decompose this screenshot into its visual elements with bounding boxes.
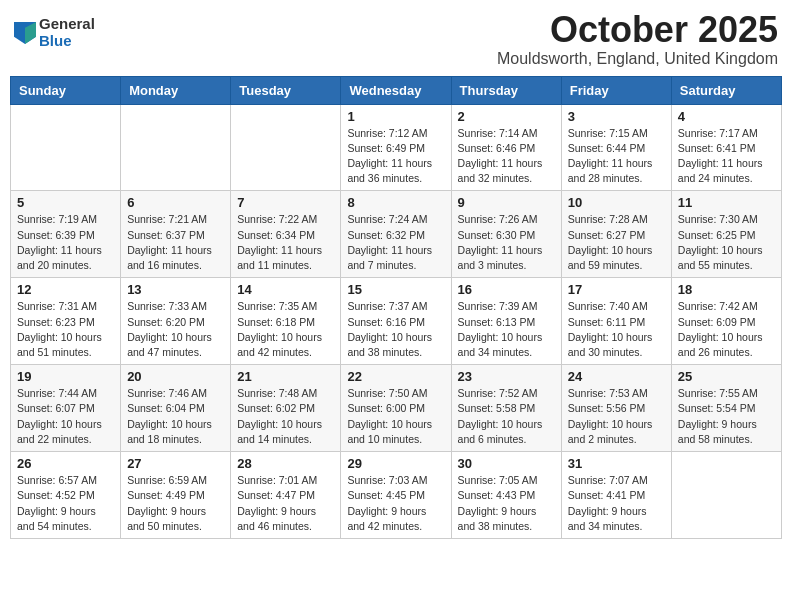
- day-detail: Sunrise: 7:28 AM Sunset: 6:27 PM Dayligh…: [568, 212, 665, 273]
- calendar-cell: 22Sunrise: 7:50 AM Sunset: 6:00 PM Dayli…: [341, 365, 451, 452]
- day-detail: Sunrise: 7:55 AM Sunset: 5:54 PM Dayligh…: [678, 386, 775, 447]
- day-of-week-header: Thursday: [451, 76, 561, 104]
- month-title: October 2025: [497, 10, 778, 50]
- day-number: 14: [237, 282, 334, 297]
- day-detail: Sunrise: 7:52 AM Sunset: 5:58 PM Dayligh…: [458, 386, 555, 447]
- calendar-cell: 1Sunrise: 7:12 AM Sunset: 6:49 PM Daylig…: [341, 104, 451, 191]
- day-number: 15: [347, 282, 444, 297]
- logo: General Blue: [14, 16, 95, 49]
- calendar-cell: 27Sunrise: 6:59 AM Sunset: 4:49 PM Dayli…: [121, 452, 231, 539]
- calendar-cell: 26Sunrise: 6:57 AM Sunset: 4:52 PM Dayli…: [11, 452, 121, 539]
- day-number: 7: [237, 195, 334, 210]
- day-detail: Sunrise: 7:42 AM Sunset: 6:09 PM Dayligh…: [678, 299, 775, 360]
- calendar-cell: 8Sunrise: 7:24 AM Sunset: 6:32 PM Daylig…: [341, 191, 451, 278]
- calendar-cell: 11Sunrise: 7:30 AM Sunset: 6:25 PM Dayli…: [671, 191, 781, 278]
- calendar-cell: 28Sunrise: 7:01 AM Sunset: 4:47 PM Dayli…: [231, 452, 341, 539]
- day-detail: Sunrise: 7:39 AM Sunset: 6:13 PM Dayligh…: [458, 299, 555, 360]
- day-of-week-header: Tuesday: [231, 76, 341, 104]
- calendar-week-row: 26Sunrise: 6:57 AM Sunset: 4:52 PM Dayli…: [11, 452, 782, 539]
- day-number: 13: [127, 282, 224, 297]
- logo-general-text: General: [39, 16, 95, 33]
- day-number: 3: [568, 109, 665, 124]
- day-number: 31: [568, 456, 665, 471]
- calendar-cell: 14Sunrise: 7:35 AM Sunset: 6:18 PM Dayli…: [231, 278, 341, 365]
- day-number: 30: [458, 456, 555, 471]
- page-header: General Blue October 2025 Mouldsworth, E…: [10, 10, 782, 68]
- calendar-header-row: SundayMondayTuesdayWednesdayThursdayFrid…: [11, 76, 782, 104]
- calendar-table: SundayMondayTuesdayWednesdayThursdayFrid…: [10, 76, 782, 539]
- day-detail: Sunrise: 6:57 AM Sunset: 4:52 PM Dayligh…: [17, 473, 114, 534]
- calendar-cell: 7Sunrise: 7:22 AM Sunset: 6:34 PM Daylig…: [231, 191, 341, 278]
- day-detail: Sunrise: 7:40 AM Sunset: 6:11 PM Dayligh…: [568, 299, 665, 360]
- day-detail: Sunrise: 7:07 AM Sunset: 4:41 PM Dayligh…: [568, 473, 665, 534]
- day-detail: Sunrise: 7:21 AM Sunset: 6:37 PM Dayligh…: [127, 212, 224, 273]
- day-detail: Sunrise: 7:05 AM Sunset: 4:43 PM Dayligh…: [458, 473, 555, 534]
- calendar-cell: [231, 104, 341, 191]
- day-number: 20: [127, 369, 224, 384]
- day-of-week-header: Sunday: [11, 76, 121, 104]
- day-detail: Sunrise: 7:22 AM Sunset: 6:34 PM Dayligh…: [237, 212, 334, 273]
- day-number: 12: [17, 282, 114, 297]
- day-number: 19: [17, 369, 114, 384]
- day-detail: Sunrise: 7:31 AM Sunset: 6:23 PM Dayligh…: [17, 299, 114, 360]
- day-detail: Sunrise: 7:15 AM Sunset: 6:44 PM Dayligh…: [568, 126, 665, 187]
- day-number: 6: [127, 195, 224, 210]
- day-detail: Sunrise: 7:26 AM Sunset: 6:30 PM Dayligh…: [458, 212, 555, 273]
- calendar-cell: 9Sunrise: 7:26 AM Sunset: 6:30 PM Daylig…: [451, 191, 561, 278]
- day-number: 5: [17, 195, 114, 210]
- day-number: 24: [568, 369, 665, 384]
- day-number: 11: [678, 195, 775, 210]
- day-number: 17: [568, 282, 665, 297]
- calendar-week-row: 1Sunrise: 7:12 AM Sunset: 6:49 PM Daylig…: [11, 104, 782, 191]
- calendar-cell: 31Sunrise: 7:07 AM Sunset: 4:41 PM Dayli…: [561, 452, 671, 539]
- calendar-cell: 20Sunrise: 7:46 AM Sunset: 6:04 PM Dayli…: [121, 365, 231, 452]
- day-number: 10: [568, 195, 665, 210]
- calendar-cell: [121, 104, 231, 191]
- calendar-cell: 3Sunrise: 7:15 AM Sunset: 6:44 PM Daylig…: [561, 104, 671, 191]
- day-detail: Sunrise: 6:59 AM Sunset: 4:49 PM Dayligh…: [127, 473, 224, 534]
- calendar-cell: 2Sunrise: 7:14 AM Sunset: 6:46 PM Daylig…: [451, 104, 561, 191]
- day-of-week-header: Friday: [561, 76, 671, 104]
- day-detail: Sunrise: 7:30 AM Sunset: 6:25 PM Dayligh…: [678, 212, 775, 273]
- calendar-week-row: 12Sunrise: 7:31 AM Sunset: 6:23 PM Dayli…: [11, 278, 782, 365]
- day-of-week-header: Saturday: [671, 76, 781, 104]
- calendar-cell: 24Sunrise: 7:53 AM Sunset: 5:56 PM Dayli…: [561, 365, 671, 452]
- calendar-week-row: 19Sunrise: 7:44 AM Sunset: 6:07 PM Dayli…: [11, 365, 782, 452]
- day-detail: Sunrise: 7:33 AM Sunset: 6:20 PM Dayligh…: [127, 299, 224, 360]
- day-number: 4: [678, 109, 775, 124]
- day-detail: Sunrise: 7:24 AM Sunset: 6:32 PM Dayligh…: [347, 212, 444, 273]
- day-number: 16: [458, 282, 555, 297]
- location-subtitle: Mouldsworth, England, United Kingdom: [497, 50, 778, 68]
- day-detail: Sunrise: 7:53 AM Sunset: 5:56 PM Dayligh…: [568, 386, 665, 447]
- calendar-cell: 15Sunrise: 7:37 AM Sunset: 6:16 PM Dayli…: [341, 278, 451, 365]
- logo-icon: [14, 22, 36, 44]
- day-detail: Sunrise: 7:44 AM Sunset: 6:07 PM Dayligh…: [17, 386, 114, 447]
- day-number: 28: [237, 456, 334, 471]
- day-number: 29: [347, 456, 444, 471]
- day-detail: Sunrise: 7:50 AM Sunset: 6:00 PM Dayligh…: [347, 386, 444, 447]
- calendar-cell: 6Sunrise: 7:21 AM Sunset: 6:37 PM Daylig…: [121, 191, 231, 278]
- calendar-cell: 30Sunrise: 7:05 AM Sunset: 4:43 PM Dayli…: [451, 452, 561, 539]
- day-of-week-header: Wednesday: [341, 76, 451, 104]
- day-number: 26: [17, 456, 114, 471]
- calendar-cell: [671, 452, 781, 539]
- title-area: October 2025 Mouldsworth, England, Unite…: [497, 10, 778, 68]
- calendar-cell: 18Sunrise: 7:42 AM Sunset: 6:09 PM Dayli…: [671, 278, 781, 365]
- day-number: 22: [347, 369, 444, 384]
- day-number: 21: [237, 369, 334, 384]
- day-detail: Sunrise: 7:17 AM Sunset: 6:41 PM Dayligh…: [678, 126, 775, 187]
- day-number: 1: [347, 109, 444, 124]
- calendar-cell: 16Sunrise: 7:39 AM Sunset: 6:13 PM Dayli…: [451, 278, 561, 365]
- calendar-cell: 25Sunrise: 7:55 AM Sunset: 5:54 PM Dayli…: [671, 365, 781, 452]
- logo-blue-text: Blue: [39, 33, 95, 50]
- day-detail: Sunrise: 7:14 AM Sunset: 6:46 PM Dayligh…: [458, 126, 555, 187]
- day-detail: Sunrise: 7:35 AM Sunset: 6:18 PM Dayligh…: [237, 299, 334, 360]
- day-detail: Sunrise: 7:12 AM Sunset: 6:49 PM Dayligh…: [347, 126, 444, 187]
- day-detail: Sunrise: 7:46 AM Sunset: 6:04 PM Dayligh…: [127, 386, 224, 447]
- calendar-cell: 10Sunrise: 7:28 AM Sunset: 6:27 PM Dayli…: [561, 191, 671, 278]
- day-detail: Sunrise: 7:19 AM Sunset: 6:39 PM Dayligh…: [17, 212, 114, 273]
- day-number: 25: [678, 369, 775, 384]
- day-number: 2: [458, 109, 555, 124]
- day-detail: Sunrise: 7:01 AM Sunset: 4:47 PM Dayligh…: [237, 473, 334, 534]
- day-number: 9: [458, 195, 555, 210]
